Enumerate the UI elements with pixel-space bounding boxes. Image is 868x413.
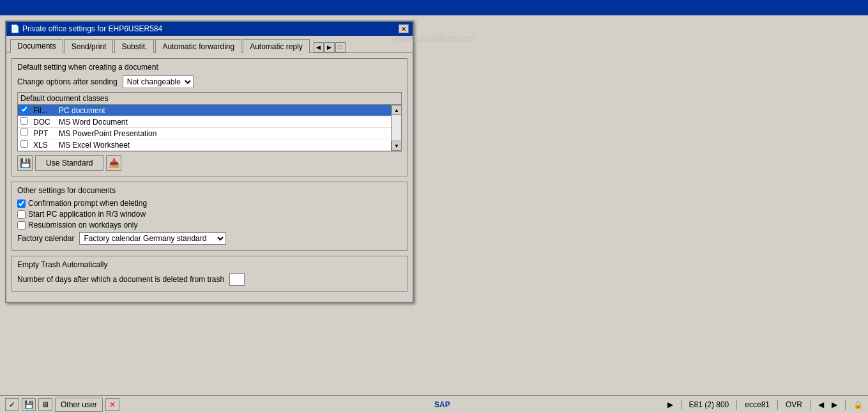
confirmation-label: Confirmation prompt when deleting <box>28 199 147 208</box>
status-nav-left[interactable]: ◀ <box>818 400 824 409</box>
save-icon-button[interactable]: 💾 <box>17 155 33 171</box>
empty-trash-title: Empty Trash Automatically <box>17 260 402 269</box>
table-row[interactable]: XLS MS Excel Worksheet <box>18 139 401 151</box>
confirmation-checkbox[interactable] <box>17 199 26 208</box>
other-settings-section: Other settings for documents Confirmatio… <box>11 182 407 251</box>
dialog-close-button[interactable]: ✕ <box>399 24 409 33</box>
lock-icon: 🔒 <box>853 400 863 409</box>
doc-table-scrollbar: ▲ ▼ <box>391 105 401 151</box>
row-name: MS PowerPoint Presentation <box>56 128 401 139</box>
confirm-icon: ✓ <box>9 400 15 409</box>
status-save-icon: 💾 <box>24 400 34 409</box>
import-icon-button[interactable]: 📥 <box>106 155 121 171</box>
start-pc-row: Start PC application in R/3 window <box>17 210 402 219</box>
status-divider-3 <box>777 400 778 410</box>
status-bar-right: ▶ E81 (2) 800 ecce81 OVR ◀ ▶ 🔒 <box>667 400 863 410</box>
row-name: MS Word Document <box>56 116 401 128</box>
tab-nav-next[interactable]: ▶ <box>324 42 335 52</box>
row-code: Fil... <box>31 105 56 116</box>
row-code: PPT <box>31 128 56 139</box>
status-nav-right[interactable]: ▶ <box>832 400 837 409</box>
factory-calendar-row: Factory calendar Factory calendar German… <box>17 232 402 245</box>
other-user-button[interactable]: Other user <box>55 398 103 412</box>
tab-nav-expand[interactable]: □ <box>335 42 346 52</box>
status-bar: ✓ 💾 🖥 Other user ✕ SAP ▶ E81 (2) 800 ecc… <box>0 395 868 413</box>
tab-nav-prev[interactable]: ◀ <box>314 42 324 52</box>
table-row[interactable]: Fil... PC document <box>18 105 401 116</box>
change-options-dropdown-wrapper: Not changeable Changeable Always ask <box>123 75 194 88</box>
doc-classes-box: Default document classes Fil... PC docum… <box>17 92 402 152</box>
change-options-label: Change options after sending <box>17 77 118 86</box>
confirm-button[interactable]: ✓ <box>5 398 19 411</box>
resubmission-row: Resubmission on workdays only <box>17 221 402 230</box>
resubmission-label: Resubmission on workdays only <box>28 221 137 230</box>
factory-calendar-label: Factory calendar <box>17 234 74 243</box>
start-pc-checkbox[interactable] <box>17 210 26 219</box>
row-checkbox <box>18 139 31 151</box>
scrollbar-up-button[interactable]: ▲ <box>392 105 402 115</box>
status-sap-logo: SAP <box>434 400 450 409</box>
row-code: XLS <box>31 139 56 151</box>
doc-classes-header: Default document classes <box>18 93 401 105</box>
tab-automatic-reply[interactable]: Automatic reply <box>243 39 310 53</box>
title-bar: SAP <box>0 0 868 15</box>
status-mode: OVR <box>786 400 802 409</box>
empty-trash-section: Empty Trash Automatically Number of days… <box>11 256 407 292</box>
table-row[interactable]: PPT MS PowerPoint Presentation <box>18 128 401 139</box>
tabs-container: Documents Send/print Substit. Automatic … <box>6 36 413 52</box>
default-settings-section: Default setting when creating a document… <box>11 58 407 176</box>
dialog-icon: 📄 <box>10 24 20 33</box>
status-session: E81 (2) 800 <box>689 400 729 409</box>
cancel-icon: ✕ <box>109 400 116 409</box>
tab-substit[interactable]: Substit. <box>114 39 154 53</box>
resubmission-checkbox[interactable] <box>17 221 26 230</box>
row-checkbox <box>18 116 31 128</box>
trash-days-row: Number of days after which a document is… <box>17 273 402 286</box>
tab-documents[interactable]: Documents <box>10 39 63 53</box>
row-name: MS Excel Worksheet <box>56 139 401 151</box>
trash-days-input[interactable] <box>229 273 245 286</box>
save-icon: 💾 <box>20 158 31 168</box>
other-settings-title: Other settings for documents <box>17 186 402 195</box>
status-divider-4 <box>810 400 811 410</box>
sap-logo: SAP <box>4 2 25 13</box>
confirmation-row: Confirmation prompt when deleting <box>17 199 402 208</box>
tab-nav-buttons: ◀ ▶ □ <box>314 42 346 52</box>
trash-days-label: Number of days after which a document is… <box>17 275 224 284</box>
tab-send-print[interactable]: Send/print <box>65 39 114 53</box>
default-settings-title: Default setting when creating a document <box>17 63 402 72</box>
row-name: PC document <box>56 105 401 116</box>
table-row[interactable]: DOC MS Word Document <box>18 116 401 128</box>
dialog-title-left: 📄 Private office settings for EHP6USER58… <box>10 24 162 33</box>
dialog-title: Private office settings for EHP6USER584 <box>22 24 162 33</box>
status-local-button[interactable]: 🖥 <box>38 398 52 411</box>
cancel-button[interactable]: ✕ <box>105 398 119 411</box>
dialog-window: 📄 Private office settings for EHP6USER58… <box>5 20 414 303</box>
status-divider-1 <box>681 400 681 410</box>
scrollbar-down-button[interactable]: ▼ <box>392 141 402 151</box>
dialog-title-bar: 📄 Private office settings for EHP6USER58… <box>6 22 413 36</box>
import-icon: 📥 <box>109 158 119 168</box>
use-standard-button[interactable]: Use Standard <box>35 155 103 171</box>
row-checkbox <box>18 128 31 139</box>
main-area: www.tutorialkart.com 📄 Private office se… <box>0 15 868 413</box>
change-options-select[interactable]: Not changeable Changeable Always ask <box>123 75 194 88</box>
status-divider-2 <box>736 400 737 410</box>
status-save-button[interactable]: 💾 <box>22 398 36 411</box>
doc-classes-table: Fil... PC document DOC MS Word Document … <box>18 105 401 151</box>
status-divider-5 <box>845 400 846 410</box>
tab-automatic-forwarding[interactable]: Automatic forwarding <box>155 39 241 53</box>
change-options-row: Change options after sending Not changea… <box>17 75 402 88</box>
row-checkbox <box>18 105 31 116</box>
buttons-row: 💾 Use Standard 📥 <box>17 155 402 171</box>
scrollbar-track <box>392 115 401 141</box>
status-bar-center: ✓ 💾 🖥 Other user ✕ <box>5 398 119 412</box>
status-arrow: ▶ <box>667 400 673 409</box>
factory-calendar-select[interactable]: Factory calendar Germany standard Factor… <box>79 232 226 245</box>
row-code: DOC <box>31 116 56 128</box>
dialog-content: Default setting when creating a document… <box>6 52 413 302</box>
status-user: ecce81 <box>745 400 770 409</box>
start-pc-label: Start PC application in R/3 window <box>28 210 146 219</box>
status-local-icon: 🖥 <box>42 400 49 409</box>
